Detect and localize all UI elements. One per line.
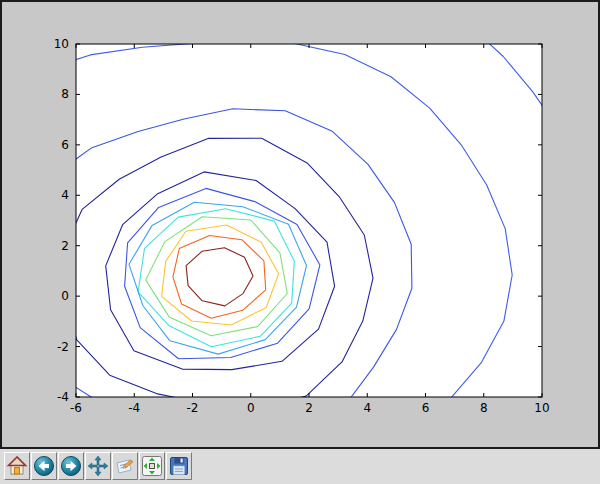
zoom-rect-button[interactable] bbox=[112, 452, 138, 480]
x-tick-label: 10 bbox=[534, 401, 549, 415]
x-tick-label: 2 bbox=[305, 401, 313, 415]
y-tick-label: -2 bbox=[57, 340, 69, 354]
forward-button[interactable] bbox=[58, 452, 84, 480]
y-tick-label: 6 bbox=[61, 138, 69, 152]
configure-subplots-button[interactable] bbox=[139, 452, 165, 480]
x-tick-label: -6 bbox=[70, 401, 82, 415]
configure-subplots-icon bbox=[141, 455, 163, 477]
pan-button[interactable] bbox=[85, 452, 111, 480]
figure-canvas[interactable]: -6-4-20246810-4-20246810 bbox=[0, 0, 600, 449]
back-button[interactable] bbox=[31, 452, 57, 480]
save-button[interactable] bbox=[166, 452, 192, 480]
y-tick-label: 4 bbox=[61, 188, 69, 202]
contour-plot[interactable]: -6-4-20246810-4-20246810 bbox=[2, 2, 598, 447]
x-tick-label: 8 bbox=[480, 401, 488, 415]
x-tick-label: 6 bbox=[422, 401, 430, 415]
axes-background bbox=[76, 44, 542, 397]
navigation-toolbar bbox=[0, 449, 600, 484]
x-tick-label: 4 bbox=[363, 401, 371, 415]
y-tick-label: 0 bbox=[61, 289, 69, 303]
x-tick-label: 0 bbox=[247, 401, 255, 415]
home-icon bbox=[6, 455, 28, 477]
pan-icon bbox=[87, 455, 109, 477]
x-tick-label: -4 bbox=[128, 401, 140, 415]
matplotlib-figure-window: -6-4-20246810-4-20246810 bbox=[0, 0, 600, 484]
y-tick-label: 2 bbox=[61, 239, 69, 253]
y-tick-label: 10 bbox=[54, 37, 69, 51]
back-icon bbox=[33, 455, 55, 477]
x-tick-label: -2 bbox=[187, 401, 199, 415]
zoom-rect-icon bbox=[114, 455, 136, 477]
forward-icon bbox=[60, 455, 82, 477]
y-tick-label: -4 bbox=[57, 390, 69, 404]
home-button[interactable] bbox=[4, 452, 30, 480]
save-icon bbox=[168, 455, 190, 477]
y-tick-label: 8 bbox=[61, 87, 69, 101]
